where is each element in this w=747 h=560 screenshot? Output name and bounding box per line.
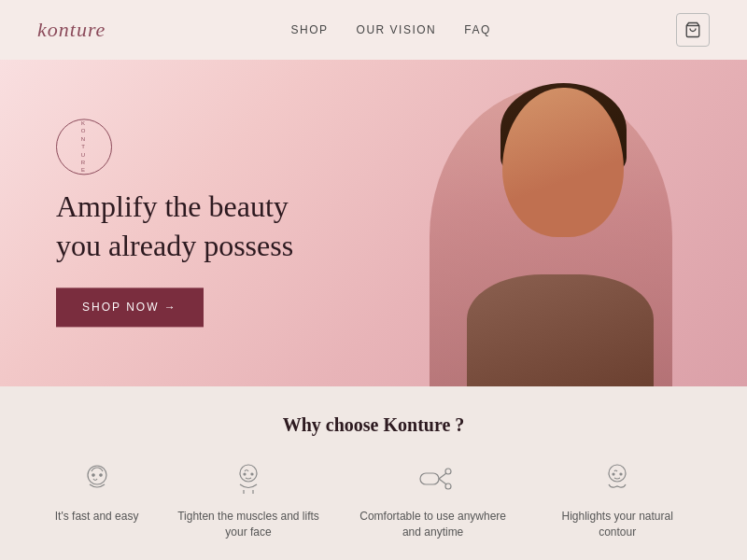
feature-contour-label: Highlights your natural contour	[543, 509, 692, 540]
hero-badge-text: KONTURE	[81, 119, 88, 175]
svg-line-8	[439, 473, 446, 479]
svg-point-2	[92, 474, 93, 476]
feature-comfortable: Comfortable to use anywhere and anytime	[359, 458, 508, 540]
features-grid: It's fast and easy Tighten the muscles a…	[37, 458, 710, 540]
feature-fast: It's fast and easy	[55, 458, 139, 525]
svg-point-3	[99, 474, 101, 476]
feature-tighten: Tighten the muscles and lifts your face	[174, 458, 323, 540]
logo: konture	[37, 18, 106, 42]
feature-tighten-label: Tighten the muscles and lifts your face	[174, 509, 323, 540]
why-title: Why choose Konture ?	[37, 414, 710, 436]
face-massage-icon	[77, 458, 118, 499]
svg-line-10	[439, 479, 446, 484]
shop-now-button[interactable]: SHOP NOW →	[56, 288, 204, 328]
svg-point-14	[620, 473, 622, 475]
feature-contour: Highlights your natural contour	[543, 458, 692, 540]
contour-icon	[597, 458, 638, 499]
roller-icon	[413, 458, 454, 499]
feature-fast-label: It's fast and easy	[55, 509, 139, 525]
person-shoulder	[467, 274, 654, 386]
svg-rect-7	[420, 473, 439, 484]
hero-section: KONTURE Amplify the beauty you already p…	[0, 60, 747, 386]
cart-icon	[684, 21, 701, 38]
nav-faq[interactable]: FAQ	[464, 23, 491, 36]
hero-content: KONTURE Amplify the beauty you already p…	[56, 119, 293, 327]
main-nav: SHOP OUR VISION FAQ	[291, 23, 491, 36]
svg-point-11	[445, 483, 451, 489]
nav-our-vision[interactable]: OUR VISION	[357, 23, 437, 36]
nav-shop[interactable]: SHOP	[291, 23, 329, 36]
feature-comfortable-label: Comfortable to use anywhere and anytime	[359, 509, 508, 540]
hero-person-figure	[402, 69, 700, 386]
header: konture SHOP OUR VISION FAQ	[0, 0, 747, 60]
svg-point-5	[244, 473, 246, 475]
cart-button[interactable]	[676, 13, 710, 47]
lift-face-icon	[228, 458, 269, 499]
why-section: Why choose Konture ? It's fast and easy	[0, 386, 747, 560]
hero-title: Amplify the beauty you already possess	[56, 188, 293, 265]
hero-image	[355, 60, 747, 386]
svg-point-6	[251, 473, 253, 475]
svg-point-1	[88, 466, 106, 484]
hero-badge: KONTURE	[56, 119, 112, 175]
person-head	[502, 88, 624, 237]
svg-point-9	[445, 469, 451, 474]
svg-point-13	[613, 473, 614, 475]
